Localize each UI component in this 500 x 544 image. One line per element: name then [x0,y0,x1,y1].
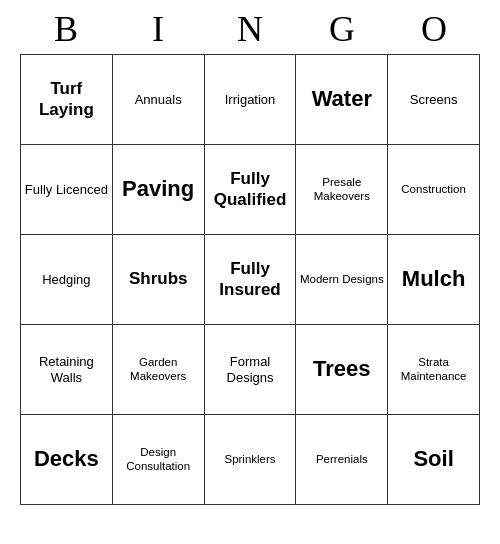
cell-2-0: Hedging [21,235,113,325]
cell-0-2: Irrigation [204,55,296,145]
bingo-letter-g: G [298,8,386,50]
cell-2-4: Mulch [388,235,480,325]
cell-1-0: Fully Licenced [21,145,113,235]
cell-2-2: Fully Insured [204,235,296,325]
cell-0-3: Water [296,55,388,145]
cell-4-0: Decks [21,415,113,505]
bingo-header: BINGO [20,0,480,54]
cell-0-4: Screens [388,55,480,145]
cell-3-1: Garden Makeovers [112,325,204,415]
cell-1-1: Paving [112,145,204,235]
cell-2-1: Shrubs [112,235,204,325]
grid-row-4: DecksDesign ConsultationSprinklersPerren… [21,415,480,505]
cell-0-1: Annuals [112,55,204,145]
cell-2-3: Modern Designs [296,235,388,325]
grid-row-1: Fully LicencedPavingFully QualifiedPresa… [21,145,480,235]
bingo-letter-n: N [206,8,294,50]
cell-0-0: Turf Laying [21,55,113,145]
cell-1-3: Presale Makeovers [296,145,388,235]
cell-3-4: Strata Maintenance [388,325,480,415]
cell-3-0: Retaining Walls [21,325,113,415]
cell-3-3: Trees [296,325,388,415]
grid-row-3: Retaining WallsGarden MakeoversFormal De… [21,325,480,415]
grid-row-0: Turf LayingAnnualsIrrigationWaterScreens [21,55,480,145]
cell-1-2: Fully Qualified [204,145,296,235]
cell-4-1: Design Consultation [112,415,204,505]
grid-row-2: HedgingShrubsFully InsuredModern Designs… [21,235,480,325]
bingo-letter-b: B [22,8,110,50]
cell-4-2: Sprinklers [204,415,296,505]
bingo-letter-i: I [114,8,202,50]
cell-1-4: Construction [388,145,480,235]
cell-4-4: Soil [388,415,480,505]
cell-4-3: Perrenials [296,415,388,505]
bingo-grid: Turf LayingAnnualsIrrigationWaterScreens… [20,54,480,505]
bingo-letter-o: O [390,8,478,50]
cell-3-2: Formal Designs [204,325,296,415]
